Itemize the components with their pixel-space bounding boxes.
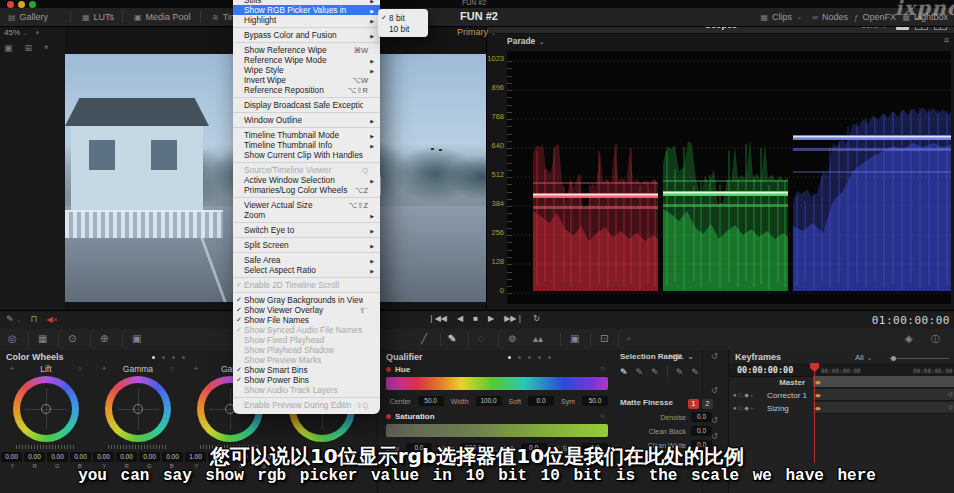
qualifier-eyedropper-icon[interactable]: ✎ xyxy=(448,333,456,344)
motion-effects-palette-icon[interactable]: ⊕ xyxy=(100,333,108,344)
hue-sym-value[interactable]: 50.0 xyxy=(582,396,608,406)
annotate-pencil-icon[interactable]: ✎ xyxy=(6,314,14,324)
mute-audio-icon[interactable]: ◀× xyxy=(47,315,58,324)
keyframe-diamond-icon[interactable]: ◈ xyxy=(905,333,913,344)
close-window-icon[interactable] xyxy=(7,1,14,8)
menu-item[interactable]: Show RGB Picker Values in xyxy=(233,5,380,15)
minimize-window-icon[interactable] xyxy=(18,1,25,8)
menu-item[interactable]: Invert Wipe ⌥W xyxy=(233,75,380,85)
menu-item[interactable]: Window Outline xyxy=(233,115,380,125)
hue-center-value[interactable]: 50.0 xyxy=(418,396,444,406)
curves-palette-icon[interactable]: ╱ xyxy=(421,333,427,344)
scope-settings-icon[interactable]: ≡ xyxy=(944,35,949,45)
hue-width-value[interactable]: 100.0 xyxy=(476,396,502,406)
menu-item[interactable]: Show Fixed Playhead xyxy=(233,335,380,345)
menu-item[interactable]: Show File Names xyxy=(233,315,380,325)
lift-color-wheel[interactable] xyxy=(13,376,79,442)
softness-subtract-icon[interactable]: ✎ xyxy=(691,367,699,377)
menu-item[interactable]: Show Gray Backgrounds in Viewers xyxy=(233,295,380,305)
keyframe-track-master[interactable]: Master ◆◆ xyxy=(729,376,954,388)
stills-view-icon[interactable]: ▣ xyxy=(4,43,13,55)
viewer-mode-select[interactable]: Primary ⌄ xyxy=(457,27,496,37)
menu-item[interactable]: Show Smart Bins xyxy=(233,365,380,375)
menu-item[interactable]: Safe Area xyxy=(233,255,380,265)
scope-type-select[interactable]: Parade ⌄ xyxy=(507,36,544,46)
reset-all-icon[interactable]: ↺ xyxy=(711,352,718,361)
keyframe-track-corrector1[interactable]: ●□◆› Corrector 1 ◆◆ ↺ xyxy=(729,389,954,401)
eyedropper-add-icon[interactable]: ✎ xyxy=(636,367,644,377)
menu-item[interactable]: Source/Timeline Viewer Q xyxy=(233,165,380,175)
menu-item[interactable]: Primaries/Log Color Wheels ⌥Z xyxy=(233,185,380,195)
hue-enabled-dot[interactable] xyxy=(386,367,391,372)
loop-button[interactable]: ↻ xyxy=(533,314,540,323)
skip-end-button[interactable]: ▶▶❘ xyxy=(504,314,523,323)
menu-item[interactable]: Display Broadcast Safe Exceptions xyxy=(233,100,380,110)
3d-palette-icon[interactable]: ▫ xyxy=(627,333,631,344)
gallery-zoom-select[interactable]: 45% ⌄ xyxy=(4,28,28,37)
toolbar-media-pool-button[interactable]: ▣ Media Pool xyxy=(128,8,197,26)
menu-item[interactable]: Show Playhead Shadow xyxy=(233,345,380,355)
keyframes-filter-select[interactable]: All ⌄ xyxy=(855,353,872,362)
menu-item[interactable]: Show Current Clip With Handles xyxy=(233,150,380,160)
track-icons[interactable]: ●□◆› xyxy=(733,404,755,411)
tracker-palette-icon[interactable]: ⊚ xyxy=(508,333,516,344)
menu-item[interactable]: Viewer Actual Size ⌥⇧Z xyxy=(233,200,380,210)
color-wheels-palette-icon[interactable]: ◎ xyxy=(8,333,17,344)
step-forward-button[interactable]: ▶ xyxy=(488,314,494,323)
power-window-palette-icon[interactable]: ◌ xyxy=(478,333,484,344)
zoom-window-icon[interactable] xyxy=(29,1,36,8)
chevron-down-icon[interactable]: ⌄ xyxy=(17,316,22,323)
reset-icon[interactable]: ○ xyxy=(170,365,174,372)
menu-item[interactable]: Wipe Style xyxy=(233,65,380,75)
toolbar-clips-button[interactable]: ▦ Clips ⌄ xyxy=(755,8,808,26)
key-palette-icon[interactable]: ▣ xyxy=(570,333,579,344)
reset-icon[interactable]: ↺ xyxy=(947,404,953,412)
reset-icon[interactable]: ↺ xyxy=(711,386,718,395)
step-back-button[interactable]: ◀ xyxy=(457,314,463,323)
hue-soft-value[interactable]: 0.0 xyxy=(528,396,554,406)
reset-icon[interactable]: ○ xyxy=(78,365,82,372)
menu-item[interactable]: Split Screen xyxy=(233,240,380,250)
rgb-mixer-palette-icon[interactable]: ⊙ xyxy=(68,333,76,344)
menu-item[interactable]: Show Synced Audio File Names xyxy=(233,325,380,335)
saturation-reset-icon[interactable]: ○ xyxy=(600,411,605,420)
menu-item[interactable]: Show Power Bins xyxy=(233,375,380,385)
menu-item[interactable]: Select Aspect Ratio xyxy=(233,265,380,275)
eyedropper-pick-icon[interactable]: ✎ xyxy=(620,367,628,377)
saturation-enabled-dot[interactable] xyxy=(386,414,391,419)
menu-item[interactable]: Show Viewer Overlay ⇧` xyxy=(233,305,380,315)
menu-item[interactable]: Bypass Color and Fusion xyxy=(233,30,380,40)
menu-item[interactable]: Enable 2D Timeline Scroll xyxy=(233,280,380,290)
reset-icon[interactable]: ↺ xyxy=(711,416,718,425)
reset-icon[interactable]: ↺ xyxy=(711,432,718,441)
submenu-item[interactable]: 8 bit xyxy=(378,12,428,23)
stereo-palette-icon[interactable]: ▣ xyxy=(132,333,141,344)
keyframes-zoom-slider[interactable] xyxy=(889,358,949,359)
saturation-range-bar[interactable] xyxy=(386,424,608,437)
menu-item[interactable]: Active Window Selection xyxy=(233,175,380,185)
menu-item[interactable]: Timeline Thumbnail Info xyxy=(233,140,380,150)
menu-item[interactable]: Switch Eye to xyxy=(233,225,380,235)
submenu-item[interactable]: 10 bit xyxy=(378,23,428,34)
info-icon[interactable]: ⓘ xyxy=(931,333,940,346)
hdr-palette-icon[interactable]: ▦ xyxy=(38,333,47,344)
keyframes-ruler[interactable]: 00:00:00:00 00:00:00:00 00:00:06:00 xyxy=(729,363,954,377)
magic-wand-icon[interactable]: * xyxy=(44,43,48,55)
gamma-color-wheel[interactable] xyxy=(105,376,171,442)
eyedropper-subtract-icon[interactable]: ✎ xyxy=(651,367,659,377)
hue-range-bar[interactable] xyxy=(386,377,608,390)
sizing-palette-icon[interactable]: ⊡ xyxy=(600,333,608,344)
menu-item[interactable]: Reference Reposition ⌥⇧R xyxy=(233,85,380,95)
hue-reset-icon[interactable]: ○ xyxy=(600,364,605,373)
matte-page-2-badge[interactable]: 2 xyxy=(702,399,713,409)
menu-item[interactable]: Enable Preview During Editing ⇧Q xyxy=(233,400,380,410)
track-icons[interactable]: ●□◆› xyxy=(733,391,755,398)
menu-item[interactable]: Reference Wipe Mode xyxy=(233,55,380,65)
wipe-mode-icon[interactable]: ⊓ xyxy=(31,314,38,324)
keyframe-track-sizing[interactable]: ●□◆› Sizing ◆◆ ↺ xyxy=(729,402,954,414)
toolbar-luts-button[interactable]: ▦ LUTs xyxy=(76,8,120,26)
toolbar-gallery-button[interactable]: ▤ Gallery xyxy=(2,8,54,26)
menu-item[interactable]: Show Preview Marks xyxy=(233,355,380,365)
menu-item[interactable]: Zoom xyxy=(233,210,380,220)
matte-page-1-badge[interactable]: 1 xyxy=(688,399,699,409)
